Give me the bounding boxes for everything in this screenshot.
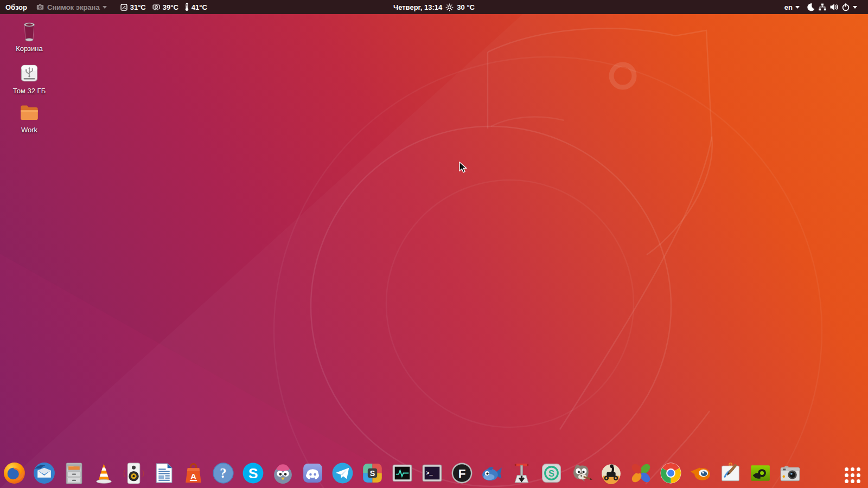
dock-icon-firefox[interactable] xyxy=(2,461,27,485)
thermometer-icon xyxy=(184,3,189,11)
usb-drive-icon xyxy=(3,61,55,86)
dock-icon-penguin-app[interactable] xyxy=(271,461,295,485)
dock-icon-nvidia-settings[interactable] xyxy=(748,461,773,485)
dock-icon-audio-player[interactable] xyxy=(122,461,146,485)
dock-icon-slack[interactable]: S xyxy=(360,461,385,485)
sun-icon xyxy=(445,3,454,11)
dock-icon-camera-app[interactable] xyxy=(778,461,802,485)
screenshot-menu-label: Снимок экрана xyxy=(47,3,100,11)
dock-icon-kart-game[interactable] xyxy=(599,461,623,485)
dock-icon-bluefish[interactable] xyxy=(480,461,504,485)
desktop-icon-work-folder[interactable]: Work xyxy=(3,100,55,134)
svg-text:S: S xyxy=(370,469,375,478)
sensor-value: 41°C xyxy=(192,3,207,11)
gpu-temp-icon xyxy=(152,3,161,11)
svg-text:>_: >_ xyxy=(426,470,433,477)
moon-icon xyxy=(807,3,815,11)
wallpaper-beaver-lineart xyxy=(0,0,868,488)
dock-icon-telegram[interactable] xyxy=(330,461,355,485)
camera-icon xyxy=(36,3,44,11)
caret-down-icon xyxy=(853,6,857,9)
dock-icon-skype[interactable]: S xyxy=(241,461,265,485)
desktop-icon-trash[interactable]: Корзина xyxy=(3,18,55,53)
sensors-indicator[interactable]: 31°C 39°C 41°C xyxy=(120,3,207,11)
dock-icon-chrome[interactable] xyxy=(659,461,683,485)
svg-text:A: A xyxy=(190,472,196,481)
dock-icon-press-tool[interactable] xyxy=(509,461,534,485)
weather-temperature: 30 °C xyxy=(457,3,475,11)
mouse-cursor xyxy=(458,162,469,176)
dock-icon-thunderbird[interactable] xyxy=(32,461,56,485)
dock-icon-vlc[interactable] xyxy=(92,461,116,485)
svg-text:?: ? xyxy=(220,466,226,480)
activities-button[interactable]: Обзор xyxy=(5,3,27,11)
clock-label: Четверг, 13:14 xyxy=(393,3,442,11)
dock-icon-terminal[interactable]: >_ xyxy=(420,461,444,485)
desktop-icon-label: Том 32 ГБ xyxy=(3,87,55,95)
dock-icon-blender[interactable] xyxy=(688,461,713,485)
dock-icon-help[interactable]: ? xyxy=(211,461,235,485)
svg-text:F: F xyxy=(458,467,466,480)
svg-text:S: S xyxy=(548,468,554,478)
dock-icon-discord[interactable] xyxy=(301,461,325,485)
wallpaper-facet xyxy=(0,0,868,488)
dock-icon-krita[interactable] xyxy=(718,461,743,485)
dock-icon-f-letter-app[interactable]: F xyxy=(450,461,474,485)
dock-icon-file-manager[interactable] xyxy=(62,461,86,485)
ssd-temp-icon xyxy=(120,3,128,11)
desktop-icon-label: Корзина xyxy=(3,44,55,53)
trash-icon xyxy=(3,18,55,43)
desktop-icon-label: Work xyxy=(3,126,55,134)
dock-icon-clover-app[interactable] xyxy=(629,461,653,485)
keyboard-layout-menu[interactable]: en xyxy=(784,3,800,11)
caret-down-icon xyxy=(103,6,107,9)
dock-icon-system-monitor[interactable] xyxy=(390,461,414,485)
wired-network-icon xyxy=(818,3,827,11)
dock-icon-libreoffice-writer[interactable] xyxy=(151,461,176,485)
clock-menu[interactable]: Четверг, 13:14 30 °C xyxy=(393,0,475,14)
folder-icon xyxy=(3,100,55,125)
sensor-value: 39°C xyxy=(163,3,178,11)
dock: A ? S xyxy=(2,461,802,485)
screenshot-app-menu[interactable]: Снимок экрана xyxy=(36,3,107,11)
desktop-icon-usb-volume[interactable]: Том 32 ГБ xyxy=(3,61,55,95)
svg-text:S: S xyxy=(248,465,258,481)
ubuntu-desktop: { "top_bar": { "activities_label": "Обзо… xyxy=(0,0,868,488)
dock-icon-ubuntu-software[interactable]: A xyxy=(181,461,206,485)
dock-icon-gimp[interactable] xyxy=(569,461,593,485)
show-applications-button[interactable] xyxy=(845,467,860,483)
volume-icon xyxy=(829,3,839,11)
sensor-value: 31°C xyxy=(130,3,146,11)
caret-down-icon xyxy=(795,6,800,9)
keyboard-layout-label: en xyxy=(784,3,793,11)
top-bar: Обзор Снимок экрана 31°C 39°C xyxy=(0,0,868,14)
dock-icon-green-s-app[interactable]: S xyxy=(539,461,564,485)
power-icon xyxy=(841,3,850,11)
system-status-menu[interactable] xyxy=(807,3,857,11)
wallpaper-facet xyxy=(0,0,868,488)
